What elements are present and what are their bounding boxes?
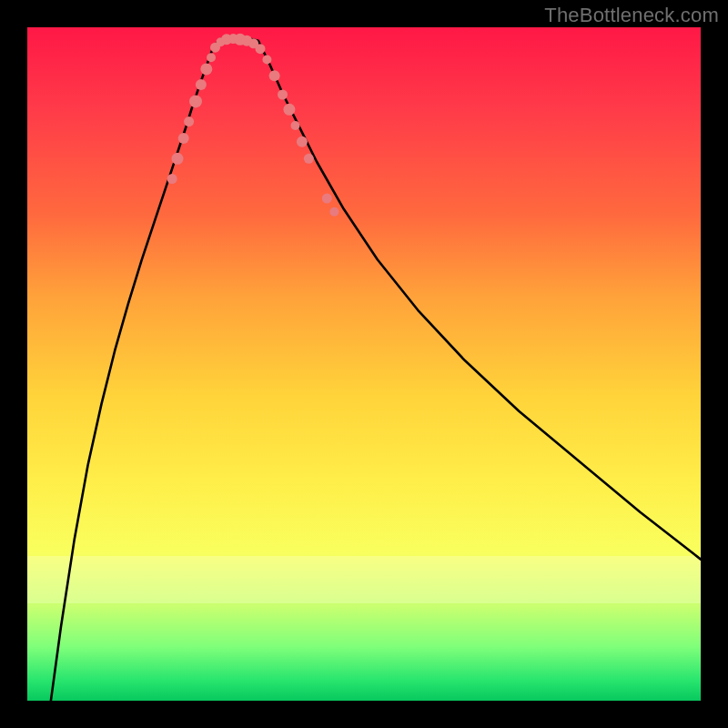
marker-dot [283, 104, 295, 116]
marker-dot [322, 194, 332, 204]
marker-dot [262, 56, 271, 65]
curve-layer [27, 27, 701, 701]
marker-dot [297, 136, 308, 147]
marker-dot [178, 133, 189, 144]
marker-dot [291, 121, 300, 130]
chart-frame: TheBottleneck.com [0, 0, 728, 728]
bottleneck-curve [51, 38, 701, 701]
marker-dot [189, 95, 202, 107]
marker-dot [167, 174, 177, 184]
marker-dot [184, 116, 194, 126]
data-markers [167, 34, 339, 217]
marker-dot [269, 70, 280, 81]
marker-dot [196, 79, 207, 90]
marker-dot [329, 207, 339, 217]
plot-area [27, 27, 701, 701]
marker-dot [172, 153, 184, 165]
marker-dot [304, 154, 314, 164]
marker-dot [278, 90, 288, 100]
watermark-text: TheBottleneck.com [544, 4, 719, 27]
marker-dot [207, 53, 216, 62]
marker-dot [256, 44, 266, 54]
marker-dot [200, 63, 212, 75]
